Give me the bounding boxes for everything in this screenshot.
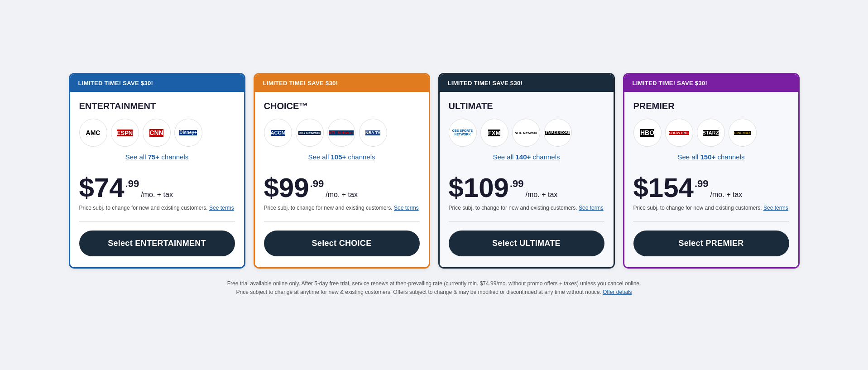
premier-divider [633,221,789,221]
footer-disclaimer: Free trial available online only. After … [227,279,641,297]
premier-see-terms[interactable]: See terms [763,205,788,211]
choice-price-cents: .99 [310,178,324,190]
logo-nba: NBA TV [359,119,387,147]
choice-channels-link[interactable]: See all 105+ channels [264,153,420,161]
entertainment-select-button[interactable]: Select ENTERTAINMENT [79,231,235,256]
ultimate-price-cents: .99 [510,178,524,190]
logo-nfl: NFL Network [327,119,355,147]
choice-price-main: $99 [264,174,309,202]
logo-hbo: HBO [633,119,662,147]
entertainment-see-terms[interactable]: See terms [209,205,234,211]
entertainment-price-suffix: /mo. + tax [141,191,173,199]
ultimate-header: LIMITED TIME! SAVE $30! [440,74,614,92]
logo-starz: STARZ [697,119,725,147]
choice-body: CHOICE™ACCNBIG NetworkNFL NetworkNBA TVS… [255,92,429,267]
logo-showtime: SHOWTIME [665,119,693,147]
logo-disney: Disney+ [174,119,202,147]
premier-price-section: $154.99/mo. + tax [633,174,789,202]
entertainment-plan-name: ENTERTAINMENT [79,101,235,111]
entertainment-price-section: $74.99/mo. + tax [79,174,235,202]
premier-price-suffix: /mo. + tax [710,191,743,199]
ultimate-price-main: $109 [449,174,509,202]
ultimate-price-suffix: /mo. + tax [526,191,558,199]
choice-disclaimer: Price subj. to change for new and existi… [264,204,420,212]
logo-cinemax: CINEMAX [729,119,757,147]
ultimate-body: ULTIMATECBS SPORTS NETWORKFXMNHL Network… [440,92,614,267]
ultimate-plan-name: ULTIMATE [449,101,604,111]
premier-price-cents: .99 [695,178,709,190]
logo-cnn: CNN [143,119,171,147]
choice-select-button[interactable]: Select CHOICE [264,231,420,256]
premier-channel-logos: HBOSHOWTIMESTARZCINEMAX [633,119,789,147]
card-choice: LIMITED TIME! SAVE $30!CHOICE™ACCNBIG Ne… [254,73,430,269]
logo-espn: ESPN [111,119,139,147]
entertainment-price-main: $74 [79,174,125,202]
entertainment-channel-logos: AMCESPNCNNDisney+ [79,119,235,147]
choice-plan-name: CHOICE™ [264,101,420,111]
entertainment-body: ENTERTAINMENTAMCESPNCNNDisney+See all 75… [70,92,244,267]
choice-see-terms[interactable]: See terms [394,205,419,211]
footer-line1: Free trial available online only. After … [227,280,641,287]
choice-price-section: $99.99/mo. + tax [264,174,420,202]
ultimate-select-button[interactable]: Select ULTIMATE [449,231,604,256]
ultimate-channels-link[interactable]: See all 140+ channels [449,153,604,161]
premier-plan-name: PREMIER [633,101,789,111]
logo-fxm: FXM [480,119,508,147]
entertainment-disclaimer: Price subj. to change for new and existi… [79,204,235,212]
premier-price-main: $154 [633,174,694,202]
ultimate-disclaimer: Price subj. to change for new and existi… [449,204,604,212]
premier-body: PREMIERHBOSHOWTIMESTARZCINEMAXSee all 15… [624,92,798,267]
premier-select-button[interactable]: Select PREMIER [633,231,789,256]
ultimate-divider [449,221,604,221]
premier-header: LIMITED TIME! SAVE $30! [624,74,798,92]
card-premier: LIMITED TIME! SAVE $30!PREMIERHBOSHOWTIM… [623,73,800,269]
ultimate-channel-logos: CBS SPORTS NETWORKFXMNHL NetworkSTARZ EN… [449,119,604,147]
entertainment-header: LIMITED TIME! SAVE $30! [70,74,244,92]
choice-divider [264,221,420,221]
choice-price-suffix: /mo. + tax [326,191,358,199]
premier-channels-link[interactable]: See all 150+ channels [633,153,789,161]
ultimate-see-terms[interactable]: See terms [579,205,604,211]
logo-amc: AMC [79,119,107,147]
logo-accn: ACCN [264,119,292,147]
card-ultimate: LIMITED TIME! SAVE $30!ULTIMATECBS SPORT… [438,73,615,269]
ultimate-price-section: $109.99/mo. + tax [449,174,604,202]
card-entertainment: LIMITED TIME! SAVE $30!ENTERTAINMENTAMCE… [69,73,245,269]
entertainment-channels-link[interactable]: See all 75+ channels [79,153,235,161]
footer-line2: Price subject to change at anytime for n… [236,289,601,295]
entertainment-divider [79,221,235,221]
entertainment-price-cents: .99 [125,178,139,190]
offer-details-link[interactable]: Offer details [603,289,632,295]
logo-nhl: NHL Network [512,119,540,147]
pricing-cards-container: LIMITED TIME! SAVE $30!ENTERTAINMENTAMCE… [49,73,819,269]
logo-starzenc: STARZ ENCORE [544,119,572,147]
premier-disclaimer: Price subj. to change for new and existi… [633,204,789,212]
choice-channel-logos: ACCNBIG NetworkNFL NetworkNBA TV [264,119,420,147]
logo-big: BIG Network [296,119,324,147]
logo-cbs: CBS SPORTS NETWORK [449,119,477,147]
choice-header: LIMITED TIME! SAVE $30! [255,74,429,92]
